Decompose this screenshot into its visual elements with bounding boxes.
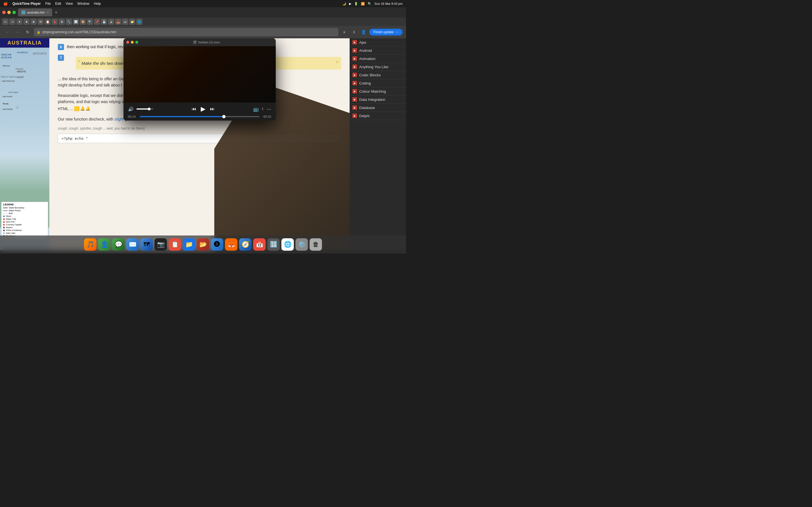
search-icon[interactable]: 🔍	[368, 2, 371, 6]
para-reasonable: Reasonable logic, except that we didn't …	[58, 93, 133, 98]
dock-files-icon[interactable]: 📁	[183, 238, 195, 251]
qt-progress-track[interactable]	[140, 116, 259, 117]
qt-progress-thumb[interactable]	[222, 115, 225, 118]
account-button[interactable]: 👤	[360, 28, 368, 36]
sidebar-item-database[interactable]: ▶ Database	[350, 104, 406, 112]
quicktime-window[interactable]: 🎬 huhtwo (1).mov 🔊	[123, 38, 276, 121]
sidebar-item-coding[interactable]: ▶ Coding	[350, 79, 406, 87]
toolbar-icon-5[interactable]: ⊕	[31, 18, 37, 25]
toolbar-icon-16[interactable]: 🖨	[108, 18, 114, 25]
toolbar-icon-13[interactable]: 🔍	[87, 18, 93, 25]
toolbar-icon-6[interactable]: ✉	[38, 18, 44, 25]
tab-favicon: 🌐	[21, 10, 26, 14]
sidebar-item-data-integration[interactable]: ▶ Data Integration	[350, 96, 406, 104]
qt-volume-button[interactable]: 🔊	[128, 107, 134, 112]
tab-australia[interactable]: 🌐 australia.htm ✕	[18, 8, 52, 16]
menu-view[interactable]: View	[66, 2, 73, 6]
dock-calendar-icon[interactable]: 📅	[253, 238, 266, 251]
dock-mail-icon[interactable]: ✉️	[126, 238, 139, 251]
url-display: rjmprogramming.com.au/HTMLCSS/australia.…	[42, 30, 116, 34]
rail-line	[3, 213, 8, 214]
maximize-window-btn[interactable]	[12, 11, 16, 14]
toolbar-icon-18[interactable]: 🗂	[122, 18, 128, 25]
qt-fast-forward-button[interactable]: ⏭	[210, 107, 214, 112]
qt-video-area[interactable]	[123, 46, 276, 103]
apple-icon[interactable]: 🍎	[3, 2, 8, 6]
download-button[interactable]: ⬇	[350, 28, 358, 36]
dock-settings-icon[interactable]: ⚙️	[296, 238, 308, 251]
qt-airplay-button[interactable]: 📺	[253, 107, 259, 112]
toolbar-icon-14[interactable]: 📌	[94, 18, 100, 25]
web-content: 6 then working out that if logic, revers…	[49, 38, 350, 250]
sidebar-android-icon: ▶	[352, 48, 357, 53]
qt-volume-thumb[interactable]	[148, 108, 151, 110]
dock-appstore-icon[interactable]: 🅐	[211, 238, 223, 251]
sidebar-item-codeblocks[interactable]: ▶ Code::Blocks	[350, 71, 406, 79]
sidebar-coding-icon: ▶	[352, 81, 357, 86]
toolbar-icon-4[interactable]: ★	[23, 18, 30, 25]
qt-share-button[interactable]: ↑	[262, 107, 264, 112]
qt-volume-fill	[137, 108, 148, 110]
tab-close-icon[interactable]: ✕	[47, 11, 49, 14]
dock-trash-icon[interactable]: 🗑	[310, 238, 322, 251]
toolbar-icon-17[interactable]: 📤	[115, 18, 121, 25]
dock-filezilla-icon[interactable]: 📂	[197, 238, 209, 251]
refresh-button[interactable]: ↻	[24, 28, 32, 36]
qt-volume-bar[interactable]	[137, 108, 153, 110]
dock-music-icon[interactable]: 🎵	[84, 238, 96, 251]
address-bar[interactable]: 🔒 rjmprogramming.com.au/HTMLCSS/australi…	[34, 28, 338, 36]
menu-window[interactable]: Window	[77, 2, 89, 6]
qt-more-button[interactable]: ⋯	[267, 107, 271, 112]
sidebar-item-ajax[interactable]: ▶ Ajax	[350, 38, 406, 47]
qt-play-button[interactable]: ▶	[201, 105, 206, 113]
toolbar-icon-10[interactable]: 🔧	[66, 18, 72, 25]
close-window-btn[interactable]	[2, 11, 6, 14]
menu-edit[interactable]: Edit	[55, 2, 61, 6]
qt-close-button[interactable]	[126, 41, 129, 44]
back-button[interactable]: ←	[3, 28, 11, 36]
toolbar-icon-11[interactable]: 📊	[73, 18, 79, 25]
toolbar-icon-15[interactable]: 💾	[101, 18, 107, 25]
dock-reminders-icon[interactable]: 📋	[168, 238, 181, 251]
finish-update-button[interactable]: Finish update ⋯	[369, 29, 403, 36]
toolbar-icon-3[interactable]: ✦	[16, 18, 22, 25]
sidebar-item-colour-matching[interactable]: ▶ Colour Matching	[350, 87, 406, 96]
minimize-window-btn[interactable]	[7, 11, 11, 14]
river-label: River	[6, 215, 11, 217]
sidebar-item-android[interactable]: ▶ Android	[350, 47, 406, 55]
dock-safari-icon[interactable]: 🧭	[239, 238, 252, 251]
dock-firefox-icon[interactable]: 🦊	[225, 238, 238, 251]
sidebar-colour-matching-icon: ▶	[352, 89, 357, 94]
salt-lake-label: Salt Lake	[6, 232, 15, 234]
dock-maps-icon[interactable]: 🗺	[140, 238, 153, 251]
sidebar-anything-label: Anything You Like	[359, 65, 388, 69]
sidebar-item-delphi[interactable]: ▶ Delphi	[350, 112, 406, 120]
toolbar-icon-19[interactable]: 📁	[129, 18, 135, 25]
new-tab-button[interactable]: +	[53, 9, 59, 16]
qt-minimize-button[interactable]	[131, 41, 134, 44]
app-name-menu[interactable]: QuickTime Player	[12, 2, 41, 6]
toolbar-icon-9[interactable]: ⚙	[59, 18, 65, 25]
sidebar-item-anything[interactable]: ▶ Anything You Like	[350, 63, 406, 71]
menu-help[interactable]: Help	[94, 2, 101, 6]
forward-button[interactable]: →	[13, 28, 21, 36]
toolbar-icon-2[interactable]: ↪	[9, 18, 15, 25]
qt-rewind-button[interactable]: ⏮	[192, 107, 196, 112]
dock-photos-icon[interactable]: 📷	[154, 238, 167, 251]
dock-calculator-icon[interactable]: 🔢	[267, 238, 280, 251]
toolbar-icon-20[interactable]: 🌐	[136, 18, 142, 25]
dock-chrome-icon[interactable]: 🌐	[282, 238, 294, 251]
toolbar-icon-1[interactable]: ↩	[2, 18, 8, 25]
qt-maximize-button[interactable]	[135, 41, 138, 44]
dock-contacts-icon[interactable]: 👤	[98, 238, 110, 251]
menu-file[interactable]: File	[45, 2, 51, 6]
sidebar-item-animation[interactable]: ▶ Animation	[350, 55, 406, 63]
bookmark-button[interactable]: ★	[341, 28, 349, 36]
arafura-label: Arafura	[17, 51, 28, 54]
step-6-num: 6	[58, 44, 64, 50]
dock-messages-icon[interactable]: 💬	[112, 238, 124, 251]
toolbar-icon-7[interactable]: 📋	[45, 18, 51, 25]
toolbar-icon-12[interactable]: 🎨	[80, 18, 86, 25]
toolbar-icon-8[interactable]: 🔖	[52, 18, 58, 25]
nav-actions: ★ ⬇ 👤 Finish update ⋯	[341, 28, 403, 36]
